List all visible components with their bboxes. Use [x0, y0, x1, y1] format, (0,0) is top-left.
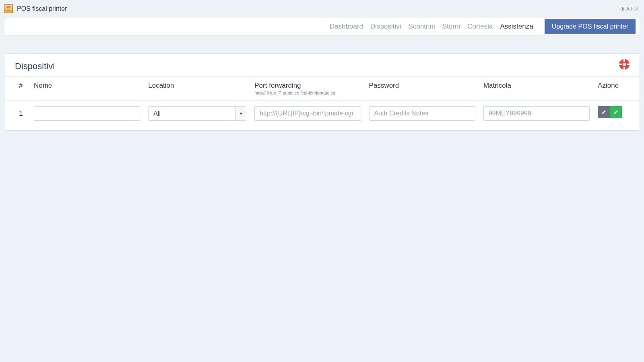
nav-scontrini[interactable]: Scontrini: [409, 23, 435, 31]
app-bar: POS fiscal printer di Jef srl: [0, 0, 644, 18]
table-header-row: # Nome Location Port forwarding http:// …: [5, 77, 639, 101]
nav-cortesia[interactable]: Cortesia: [467, 23, 493, 31]
password-input[interactable]: [369, 106, 475, 121]
upgrade-button[interactable]: Upgrade POS fiscal printer: [545, 19, 636, 34]
panel-title: Dispositivi: [15, 61, 55, 71]
pencil-icon: [613, 109, 619, 115]
main-nav: Dashboard Dispositivi Scontrini Storni C…: [4, 18, 640, 35]
location-select[interactable]: All: [148, 106, 246, 121]
svg-rect-5: [623, 67, 625, 70]
port-forwarding-input[interactable]: [254, 106, 361, 121]
col-port-label: Port forwarding: [254, 82, 301, 89]
svg-rect-4: [623, 59, 625, 62]
edit-button[interactable]: [598, 106, 610, 118]
pencil-icon: [601, 109, 607, 115]
app-icon: [4, 4, 13, 13]
devices-table: # Nome Location Port forwarding http:// …: [5, 76, 639, 130]
location-select-wrap: All ▼: [148, 106, 246, 121]
table-row: 1 All ▼: [5, 101, 639, 131]
nav-dashboard[interactable]: Dashboard: [330, 23, 363, 31]
col-index: #: [5, 77, 30, 101]
panel-header: Dispositivi: [5, 54, 639, 76]
col-port-sub: http:// il tuo IP pubblico /cgi-bin/fpma…: [254, 90, 361, 95]
nav-dispositivi[interactable]: Dispositivi: [370, 23, 401, 31]
col-azione: Azione: [594, 77, 639, 101]
col-port: Port forwarding http:// il tuo IP pubbli…: [250, 77, 365, 101]
svg-rect-7: [627, 64, 630, 65]
matricola-input[interactable]: [483, 106, 590, 121]
col-nome: Nome: [30, 77, 144, 101]
svg-rect-2: [7, 8, 10, 10]
app-bar-left: POS fiscal printer: [4, 4, 67, 13]
app-credit: di Jef srl: [620, 6, 638, 12]
row-index: 1: [19, 106, 23, 118]
svg-rect-6: [619, 64, 622, 65]
confirm-button[interactable]: [610, 106, 622, 118]
nav-storni[interactable]: Storni: [442, 23, 460, 31]
app-title: POS fiscal printer: [17, 5, 67, 12]
action-buttons: [598, 106, 622, 118]
nome-input[interactable]: [34, 106, 140, 121]
svg-rect-1: [7, 6, 10, 8]
col-location: Location: [144, 77, 250, 101]
col-password: Password: [365, 77, 479, 101]
nav-assistenza[interactable]: Assistenza: [500, 23, 533, 31]
col-matricola: Matricola: [479, 77, 594, 101]
devices-panel: Dispositivi # Nome Location Port forward…: [5, 53, 639, 131]
help-icon[interactable]: [619, 59, 630, 71]
